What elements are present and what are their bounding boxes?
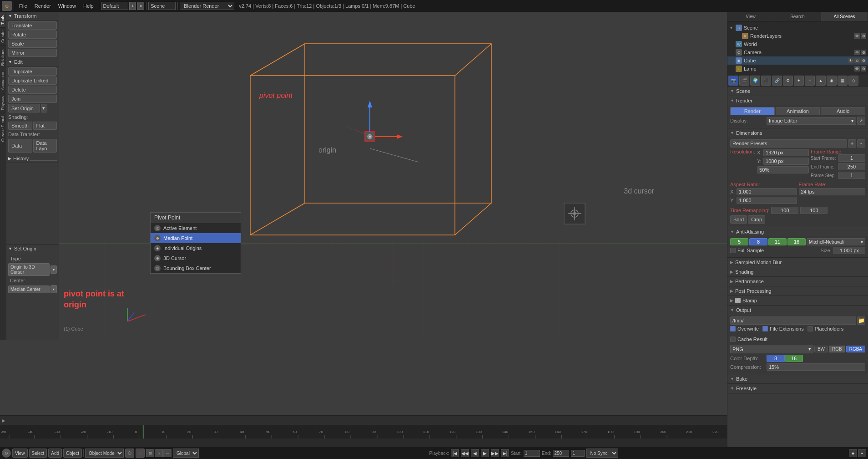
render-section-header[interactable]: ▼ Render [727,96,868,105]
vtab-create[interactable]: Create [0,27,5,46]
dimensions-header[interactable]: ▼ Dimensions [727,128,868,138]
tree-item-cube[interactable]: ▣ Cube 👁 ⊙ ⚙ [727,56,868,65]
output-header[interactable]: ▼ Output [727,306,868,315]
res-y-value[interactable]: 1080 px [763,158,809,165]
rotate-btn[interactable]: Rotate [8,31,57,39]
history-section-header[interactable]: ▶ History [6,154,59,163]
animation-btn[interactable]: Animation [776,107,820,115]
start-frame-val[interactable]: 1 [838,154,865,162]
lamp-render-icon[interactable]: ⚙ [861,66,866,71]
scene-section-header[interactable]: ▼ Scene [727,87,868,96]
frame-step-val[interactable]: 1 [838,172,865,179]
full-sample-checkbox[interactable] [730,248,736,253]
border-btn[interactable]: Bord [730,215,747,224]
translate-btn[interactable]: Translate [8,21,57,30]
vtab-tools[interactable]: Tools [0,12,5,27]
crop-btn[interactable]: Crop [748,215,765,224]
blender-bottom-icon[interactable]: ⊙ [2,449,11,458]
flat-btn[interactable]: Flat [33,122,57,130]
vtab-relations[interactable]: Relations [0,46,5,69]
bake-header[interactable]: ▼ Bake [727,374,868,383]
render-props-icon[interactable]: 📷 [728,76,738,86]
constraints-icon[interactable]: 🔗 [772,76,782,86]
cube-eye-icon[interactable]: 👁 [848,58,853,63]
compression-value[interactable]: 15% [767,363,865,371]
smb-header[interactable]: ▶ Sampled Motion Blur [727,258,868,267]
shading-header-r[interactable]: ▶ Shading [727,267,868,276]
jump-start-btn[interactable]: |◀ [451,449,459,457]
engine-select[interactable]: Blender Render [180,2,234,10]
file-menu[interactable]: File [16,2,30,10]
snap-icon[interactable]: ⊡ [146,449,154,457]
display-expand-btn[interactable]: ↗ [857,117,865,125]
data-btn[interactable]: Data [8,139,32,153]
tree-item-scene[interactable]: ▼ S Scene [727,24,868,32]
object-menu-btn[interactable]: Object [63,449,82,458]
dropdown-item-3d-cursor[interactable]: ⊕ 3D Cursor [151,253,241,263]
output-path-input[interactable]: /tmp/ [730,316,856,325]
mirror-btn[interactable]: Mirror [8,49,57,57]
start-frame-input[interactable] [524,450,540,457]
presets-add-btn[interactable]: + [848,139,856,148]
viewport-shading-icon[interactable]: ⬡ [125,449,134,458]
help-menu[interactable]: Help [80,2,97,10]
vtab-physics[interactable]: Physics [0,93,5,113]
cube-restrict-icon[interactable]: ⊙ [854,58,860,63]
scene-input[interactable] [148,2,176,10]
time-new-val[interactable]: 100 [800,207,828,214]
smooth-btn[interactable]: Smooth [8,122,32,130]
framerate-val[interactable]: 24 fps [799,188,866,195]
dropdown-item-individual-origins[interactable]: ◈ Individual Origins [151,243,241,253]
transform-orientation-select[interactable]: Global [173,449,199,458]
depth-8-btn[interactable]: 8 [767,355,785,362]
aa-5-btn[interactable]: 5 [730,238,748,245]
timeline-ruler[interactable]: -50 -40 -30 -20 -10 0 10 20 30 40 50 60 … [0,425,727,439]
shapekeys-icon[interactable]: ◇ [848,76,858,86]
rgb-btn[interactable]: RGB [829,346,845,352]
sync-select[interactable]: No Sync [586,449,618,458]
delete-btn[interactable]: Delete [8,86,57,94]
layout-input[interactable] [101,2,128,10]
select-menu-btn[interactable]: Select [29,449,47,458]
blender-logo-icon[interactable]: ⊙ [2,1,12,11]
eye-icon[interactable]: 👁 [854,33,860,39]
tab-all-scenes[interactable]: All Scenes [821,12,868,21]
stamp-header[interactable]: ▶ ✓ Stamp [727,296,868,305]
keyframe-icon[interactable]: ◆ [849,449,857,457]
view-menu-btn[interactable]: View [12,449,28,458]
duplicate-linked-btn[interactable]: Duplicate Linked [8,76,57,85]
step-fwd-btn[interactable]: ▶▶ [491,449,499,457]
aspect-y-val[interactable]: 1.000 [737,197,797,204]
play-btn[interactable]: ▶ [481,449,489,457]
freestyle-header[interactable]: ▼ Freestyle [727,384,868,393]
size-value[interactable]: 1.000 px [833,247,865,254]
object-mode-select[interactable]: Object Mode [85,449,124,458]
render-menu[interactable]: Render [31,2,54,10]
display-value[interactable]: Image Editor ▾ [767,117,856,125]
object-props-icon[interactable]: ⬛ [761,76,771,86]
physics-icon[interactable]: 〰 [805,76,815,86]
transform-section-header[interactable]: ▼ Transform [6,12,59,20]
file-ext-checkbox[interactable] [762,326,768,332]
scene-props-icon[interactable]: 🎬 [739,76,749,86]
end-frame-input[interactable] [553,450,569,457]
output-browse-btn[interactable]: 📁 [857,316,865,325]
scale-btn[interactable]: Scale [8,40,57,48]
tree-item-camera[interactable]: C Camera 👁 ⚙ [727,48,868,56]
depth-16-btn[interactable]: 16 [785,355,803,362]
overwrite-checkbox[interactable] [730,326,736,332]
pp-header[interactable]: ▶ Post Processing [727,286,868,296]
particles-icon[interactable]: ✦ [794,76,804,86]
modifiers-icon[interactable]: ⚙ [783,76,793,86]
duplicate-btn[interactable]: Duplicate [8,67,57,76]
dropdown-item-active-element[interactable]: ◎ Active Element [151,223,241,233]
aspect-x-val[interactable]: 1.000 [737,188,797,195]
set-origin-dropdown-btn[interactable]: ▾ [41,104,47,112]
tree-item-lamp[interactable]: L Lamp 👁 ⚙ [727,65,868,73]
material-icon[interactable]: ◉ [827,76,837,86]
edit-section-header[interactable]: ▼ Edit [6,58,59,66]
data-layo-btn[interactable]: Data Layo [33,139,57,153]
lamp-eye-icon[interactable]: 👁 [854,66,860,71]
pivot-icon[interactable]: ⊙ [136,449,145,458]
tab-view[interactable]: View [727,12,774,21]
